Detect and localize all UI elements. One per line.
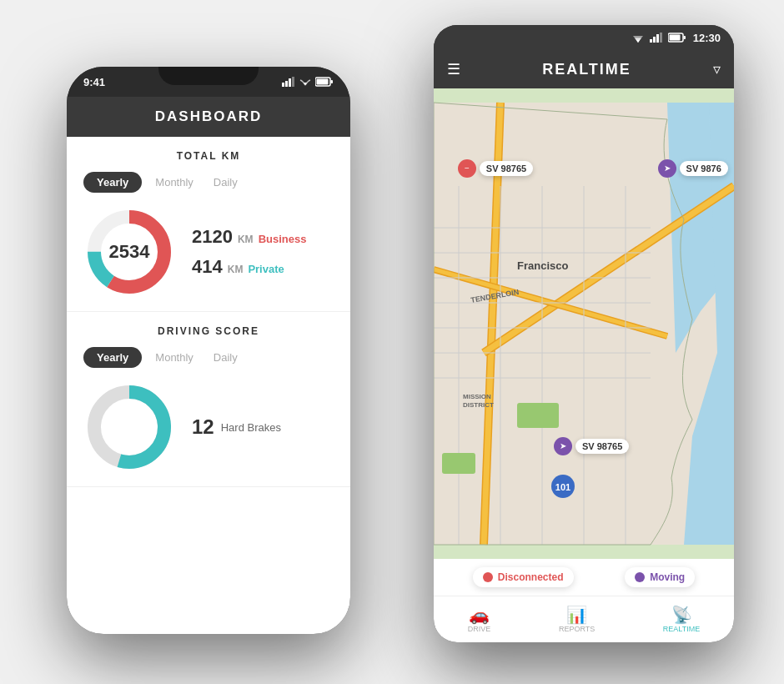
svg-text:Francisco: Francisco [517,259,568,272]
nav-drive-label: DRIVE [468,625,491,633]
tab-daily-km[interactable]: Daily [207,172,244,193]
svg-rect-5 [656,34,659,43]
business-km-row: 2120 KM Business [192,226,306,248]
marker-label-2: SV 9876 [680,161,728,176]
svg-rect-37 [292,77,294,87]
phone2-app-header: ☰ REALTIME ▿ [434,50,734,88]
svg-marker-2 [636,40,640,43]
red-marker-icon: − [458,159,476,178]
svg-text:MISSION: MISSION [463,393,491,400]
nav-drive[interactable]: 🚗 DRIVE [468,606,491,633]
private-km-label: Private [248,263,284,275]
business-km-number: 2120 [192,226,233,248]
driving-score-tabs: Yearly Monthly Daily [83,347,334,368]
svg-rect-35 [285,81,288,87]
filter-icon[interactable]: ▿ [713,60,721,78]
phone1-battery-icon [315,77,334,87]
score-donut-chart [83,381,175,473]
business-km-unit: KM [238,234,254,245]
moving-label: Moving [650,571,685,583]
svg-rect-36 [289,78,291,87]
wifi-bars-icon [299,77,311,87]
svg-rect-8 [683,36,686,39]
total-km-tabs: Yearly Monthly Daily [83,172,334,193]
marker-label-1: SV 98765 [480,161,533,176]
km-content: 2534 2120 KM Business 414 KM Private [83,206,334,298]
svg-rect-27 [442,453,475,474]
phone1-clock: 9:41 [83,76,105,88]
driving-score-section: DRIVING SCORE Yearly Monthly Daily [67,312,350,487]
svg-text:101: 101 [555,482,570,492]
purple-marker-icon-bottom: ➤ [554,437,572,455]
business-km-label: Business [259,233,307,245]
nav-realtime[interactable]: 📡 REALTIME [663,606,700,633]
moving-chip: Moving [625,567,695,587]
total-km-section: TOTAL KM Yearly Monthly Daily [67,137,350,312]
donut-center-value: 2534 [109,241,150,263]
disconnected-label: Disconnected [498,571,564,583]
marker-sv98765-red[interactable]: − SV 98765 [458,159,533,178]
signal-icon [650,33,663,43]
battery-icon [668,33,686,43]
driving-score-title: DRIVING SCORE [83,325,334,337]
km-stats: 2120 KM Business 414 KM Private [192,226,306,278]
purple-dot [635,572,645,582]
tab-yearly-km[interactable]: Yearly [83,172,142,193]
phone1-app-header: DASHBOARD [67,97,350,137]
drive-icon: 🚗 [469,606,490,623]
svg-rect-26 [517,403,559,428]
phone2-bottom-nav: 🚗 DRIVE 📊 REPORTS 📡 REALTIME [434,596,734,642]
phone1-notch [158,67,259,85]
nav-reports-label: REPORTS [559,625,595,633]
phone1-body: TOTAL KM Yearly Monthly Daily [67,137,350,634]
svg-rect-6 [660,33,662,43]
hard-brakes-row: 12 Hard Brakes [192,415,281,439]
km-donut-chart: 2534 [83,206,175,298]
marker-label-3: SV 98765 [575,439,629,454]
marker-sv9876-purple-top[interactable]: ➤ SV 9876 [658,159,728,178]
marker-sv98765-purple-bottom[interactable]: ➤ SV 98765 [554,437,629,455]
hard-brakes-number: 12 [192,415,214,439]
disconnected-chip: Disconnected [473,567,574,587]
purple-marker-icon-top: ➤ [658,159,676,178]
private-km-number: 414 [192,256,223,278]
nav-reports[interactable]: 📊 REPORTS [559,606,595,633]
nav-realtime-label: REALTIME [663,625,700,633]
svg-rect-40 [317,79,329,85]
hamburger-icon[interactable]: ☰ [447,62,460,77]
map-area[interactable]: 101 TENDERLOIN Francisco MISSION DISTRIC… [434,88,734,559]
tab-yearly-score[interactable]: Yearly [83,347,142,368]
private-km-row: 414 KM Private [192,256,306,278]
tab-monthly-score[interactable]: Monthly [148,347,200,368]
score-stats: 12 Hard Brakes [192,415,281,439]
score-content: 12 Hard Brakes [83,381,334,473]
status-chips-bar: Disconnected Moving [434,559,734,596]
phone1-dashboard: 9:41 DASHBOARD [67,67,350,634]
svg-rect-34 [282,83,284,87]
realtime-icon: 📡 [671,606,692,623]
tab-daily-score[interactable]: Daily [207,347,244,368]
phone2-realtime: 12:30 ☰ REALTIME ▿ [434,25,734,642]
svg-text:DISTRICT: DISTRICT [463,401,494,409]
total-km-title: TOTAL KM [83,150,334,162]
svg-rect-4 [653,37,656,43]
svg-rect-3 [650,39,652,43]
hard-brakes-label: Hard Brakes [221,421,281,434]
svg-rect-39 [331,80,334,83]
svg-rect-9 [669,35,680,41]
wifi-icon [631,33,645,43]
phone1-title: DASHBOARD [155,108,263,124]
phone2-clock: 12:30 [693,32,721,44]
phone2-status-bar: 12:30 [434,25,734,50]
phone1-status-icons [282,77,334,87]
status-icons [631,33,686,43]
tab-monthly-km[interactable]: Monthly [148,172,200,193]
private-km-unit: KM [228,264,244,275]
reports-icon: 📊 [566,606,587,623]
red-dot [483,572,493,582]
phone2-title: REALTIME [542,61,631,78]
signal-bars-icon [282,77,295,87]
